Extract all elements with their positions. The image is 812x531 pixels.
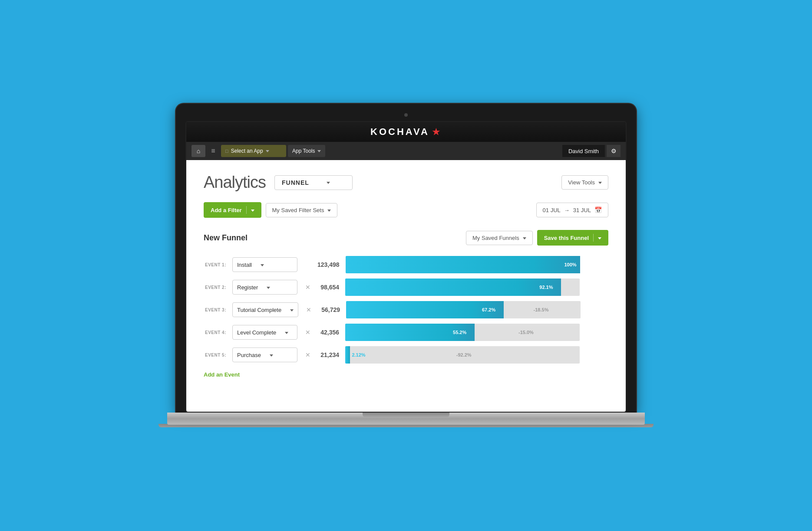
- save-funnel-chevron: [598, 235, 601, 241]
- date-range-picker[interactable]: 01 JUL → 31 JUL 📅: [536, 203, 608, 217]
- saved-filters-button[interactable]: My Saved Filter Sets: [266, 203, 338, 217]
- event-count-3: 56,729: [319, 306, 340, 313]
- app-tools-label: App Tools: [292, 148, 315, 154]
- page-header: Analytics FUNNEL View Tools: [204, 173, 608, 192]
- add-event-link[interactable]: Add an Event: [204, 371, 240, 378]
- event-name: Install: [237, 262, 252, 268]
- date-end: 31 JUL: [573, 207, 591, 213]
- event-count-5: 21,234: [318, 351, 339, 358]
- view-tools-label: View Tools: [568, 179, 595, 186]
- event-count-4: 42,356: [318, 329, 339, 336]
- event-select-chevron: [285, 329, 288, 336]
- funnel-title: New Funnel: [204, 233, 248, 243]
- event-select-chevron: [290, 307, 294, 313]
- event-label: EVENT 2:: [204, 285, 226, 290]
- add-filter-divider: [246, 206, 247, 214]
- home-button[interactable]: ⌂: [191, 145, 205, 157]
- page-title: Analytics: [204, 173, 266, 192]
- event-select-4[interactable]: Level Complete: [232, 325, 297, 340]
- saved-filters-label: My Saved Filter Sets: [272, 207, 324, 213]
- bar-container-1: 100%: [346, 256, 580, 273]
- brand-name: KOCHAVA: [370, 126, 429, 138]
- save-funnel-label: Save this Funnel: [544, 235, 589, 241]
- main-content: Analytics FUNNEL View Tools: [186, 160, 626, 412]
- select-icon: □: [225, 148, 228, 154]
- view-tools-chevron: [598, 179, 602, 186]
- menu-button[interactable]: ≡: [207, 145, 219, 157]
- filter-bar: Add a Filter My Saved Filter Sets 01 JUL…: [204, 202, 608, 218]
- brand-logo: KOCHAVA ★: [370, 126, 442, 138]
- view-type-select[interactable]: FUNNEL: [274, 175, 353, 190]
- page-title-area: Analytics FUNNEL: [204, 173, 353, 192]
- app-tools-chevron: [317, 148, 321, 154]
- funnel-row: EVENT 5: Purchase ✕ 21,234 2.12% -92.2%: [204, 344, 608, 365]
- bar-container-4: 55.2% -15.0%: [345, 324, 580, 341]
- event-select-chevron: [261, 262, 264, 268]
- app-select-chevron: [266, 148, 269, 154]
- funnel-row: EVENT 2: Register ✕ 98,654 92.1%: [204, 277, 608, 298]
- settings-button[interactable]: ⚙: [607, 145, 621, 157]
- nav-user-display: David Smith: [562, 145, 605, 157]
- date-start: 01 JUL: [543, 207, 561, 213]
- date-arrow: →: [564, 207, 570, 213]
- event-close-3[interactable]: ✕: [304, 306, 313, 313]
- view-type-label: FUNNEL: [282, 179, 309, 186]
- add-filter-button[interactable]: Add a Filter: [204, 202, 261, 218]
- funnel-row: EVENT 1: Install 123,498 100%: [204, 254, 608, 275]
- saved-funnels-chevron: [523, 235, 526, 241]
- funnel-rows: EVENT 1: Install 123,498 100% EVENT 2: R…: [204, 254, 608, 365]
- settings-icon: ⚙: [611, 148, 617, 154]
- event-name: Level Complete: [237, 329, 276, 336]
- save-funnel-button[interactable]: Save this Funnel: [537, 230, 608, 246]
- funnel-row: EVENT 3: Tutorial Complete ✕ 56,729 67.2…: [204, 299, 608, 320]
- laptop-camera: [404, 113, 408, 117]
- event-select-chevron: [267, 284, 270, 291]
- funnel-row: EVENT 4: Level Complete ✕ 42,356 55.2% -…: [204, 322, 608, 343]
- event-select-3[interactable]: Tutorial Complete: [232, 302, 298, 317]
- menu-icon: ≡: [211, 147, 215, 155]
- brand-star: ★: [432, 127, 442, 137]
- app-select-label: Select an App: [231, 148, 263, 154]
- saved-funnels-label: My Saved Funnels: [472, 235, 519, 241]
- event-name: Register: [237, 284, 258, 291]
- add-filter-label: Add a Filter: [211, 207, 242, 213]
- app-tools-button[interactable]: App Tools: [288, 145, 325, 157]
- app-select-button[interactable]: □ Select an App: [221, 145, 286, 157]
- event-count-1: 123,498: [317, 261, 340, 268]
- saved-funnels-button[interactable]: My Saved Funnels: [466, 231, 533, 245]
- nav-bar: ⌂ ≡ □ Select an App App Tools David Smit…: [186, 142, 626, 160]
- funnel-actions: My Saved Funnels Save this Funnel: [466, 230, 608, 246]
- event-select-1[interactable]: Install: [232, 257, 297, 272]
- bar-container-5: 2.12% -92.2%: [345, 346, 580, 364]
- event-count-2: 98,654: [318, 284, 339, 291]
- event-label: EVENT 3:: [204, 308, 226, 312]
- user-name: David Smith: [568, 148, 599, 154]
- view-type-chevron: [327, 179, 330, 186]
- event-label: EVENT 4:: [204, 330, 226, 335]
- funnel-section-header: New Funnel My Saved Funnels Save this Fu…: [204, 230, 608, 246]
- event-label: EVENT 1:: [204, 262, 226, 267]
- view-tools-button[interactable]: View Tools: [561, 175, 608, 190]
- home-icon: ⌂: [197, 148, 200, 154]
- saved-filters-chevron: [327, 207, 331, 213]
- top-bar: KOCHAVA ★: [186, 122, 626, 142]
- event-select-chevron: [270, 352, 273, 358]
- event-label: EVENT 5:: [204, 353, 226, 357]
- event-close-4[interactable]: ✕: [304, 329, 312, 336]
- event-close-2[interactable]: ✕: [304, 284, 312, 291]
- laptop-base: [167, 413, 645, 425]
- save-funnel-divider: [593, 234, 594, 242]
- event-name: Tutorial Complete: [237, 307, 281, 313]
- laptop-wrapper: KOCHAVA ★ ⌂ ≡ □ Select an App App T: [167, 104, 645, 427]
- event-select-5[interactable]: Purchase: [232, 347, 297, 362]
- filter-left: Add a Filter My Saved Filter Sets: [204, 202, 337, 218]
- bar-container-3: 67.2% -18.5%: [346, 301, 581, 318]
- calendar-icon: 📅: [594, 206, 602, 213]
- event-name: Purchase: [237, 352, 261, 358]
- laptop-screen: KOCHAVA ★ ⌂ ≡ □ Select an App App T: [176, 104, 636, 413]
- add-filter-chevron: [251, 207, 254, 213]
- event-close-5[interactable]: ✕: [304, 351, 312, 358]
- event-select-2[interactable]: Register: [232, 280, 297, 295]
- bar-container-2: 92.1%: [345, 279, 580, 296]
- screen-inner: KOCHAVA ★ ⌂ ≡ □ Select an App App T: [185, 121, 627, 413]
